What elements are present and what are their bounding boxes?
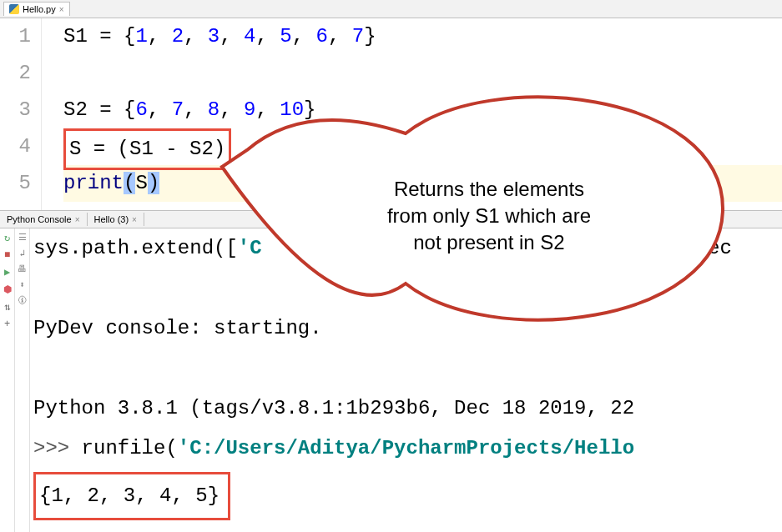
line-number: 1 [0,18,31,55]
new-console-icon[interactable]: ☰ [18,232,27,243]
close-icon[interactable]: × [75,215,80,224]
tab-run-hello[interactable]: Hello (3)× [88,213,144,226]
code-line-5[interactable]: print(S) [63,165,782,202]
stop-icon[interactable]: ■ [4,249,10,261]
close-icon[interactable]: × [59,5,64,14]
soft-wrap-icon[interactable]: ↲ [19,248,25,258]
line-number: 4 [0,128,31,165]
output-highlight-box: {1, 2, 3, 4, 5} [33,472,230,520]
attach-icon[interactable]: ⇅ [4,301,10,314]
scroll-icon[interactable]: ⬍ [19,279,25,290]
console-line [33,269,779,309]
code-area[interactable]: S1 = {1, 2, 3, 4, 5, 6, 7} S2 = {6, 7, 8… [42,18,782,210]
console-panel: ↻ ■ ▶ ⬢ ⇅ + ☰ ↲ 🖶 ⬍ 🛈 sys.path.extend(['… [0,228,782,532]
file-tab-label: Hello.py [23,4,56,14]
close-icon[interactable]: × [132,215,137,224]
editor-gutter: 1 2 3 4 5 [0,18,42,210]
rerun-icon[interactable]: ↻ [4,232,10,244]
file-tab[interactable]: Hello.py × [3,2,70,16]
highlight-box: S = (S1 - S2) [63,128,231,170]
code-editor[interactable]: 1 2 3 4 5 S1 = {1, 2, 3, 4, 5, 6, 7} S2 … [0,18,782,210]
line-number: 2 [0,55,31,92]
help-icon[interactable]: 🛈 [18,295,27,306]
run-icon[interactable]: ▶ [4,266,10,279]
console-line: Python 3.8.1 (tags/v3.8.1:1b293b6, Dec 1… [33,389,779,429]
console-output[interactable]: sys.path.extend(['Cjec PyDev console: st… [30,228,782,532]
code-line-2[interactable] [63,55,782,92]
line-number: 5 [0,165,31,202]
file-tab-bar: Hello.py × [0,0,782,18]
console-toolbar-2: ☰ ↲ 🖶 ⬍ 🛈 [15,228,30,532]
python-file-icon [9,4,19,14]
code-line-1[interactable]: S1 = {1, 2, 3, 4, 5, 6, 7} [63,18,782,55]
add-icon[interactable]: + [4,319,10,330]
code-line-3[interactable]: S2 = {6, 7, 8, 9, 10} [63,92,782,128]
console-tab-bar: Python Console× Hello (3)× [0,210,782,228]
console-line-output: {1, 2, 3, 4, 5} [33,469,779,520]
console-line: PyDev console: starting. [33,309,779,349]
line-number: 3 [0,92,31,128]
code-line-4[interactable]: S = (S1 - S2) [63,128,782,165]
console-line: sys.path.extend(['Cjec [33,228,779,269]
debug-icon[interactable]: ⬢ [3,284,12,296]
console-line: >>> runfile('C:/Users/Aditya/PycharmProj… [33,429,779,469]
console-toolbar: ↻ ■ ▶ ⬢ ⇅ + [0,228,15,532]
print-icon[interactable]: 🖶 [18,263,27,274]
tab-python-console[interactable]: Python Console× [0,213,88,226]
console-line [33,349,779,389]
